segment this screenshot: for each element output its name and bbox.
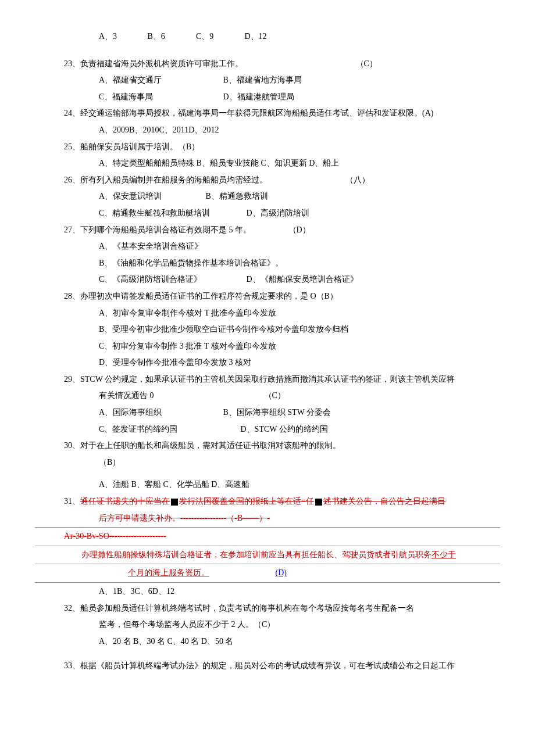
q22-opt-b: B、6 — [148, 29, 194, 45]
q23-opt-c: C、福建海事局 — [99, 89, 221, 105]
q29-opt-a: A、国际海事组织 — [99, 405, 221, 421]
q23-opt-a: A、福建省交通厅 — [99, 73, 221, 88]
q26-opts-row2: C、精通救生艇筏和救助艇培训 D、高级消防培训 — [35, 206, 500, 221]
q29-opts-row1: A、国际海事组织 B、国际海事组织 STW 分委会 — [35, 405, 500, 421]
q30-text: 30、对于在上任职的船长和高级船员，需对其适任证书取消对该船种的限制。 — [35, 438, 500, 454]
q31-line3: Ат-30-Bv-SO--------------------- — [35, 529, 500, 544]
q24-opts: A、2009B、2010C、2011D、2012 — [35, 123, 500, 138]
q28-opt-d: D、受理今制作今批准今盖印今发放 3 核对 — [35, 355, 500, 371]
q29-text2: 有关情况通告 0 — [99, 388, 262, 404]
q27-opt-d: D、《船舶保安员培训合格证》 — [247, 275, 358, 284]
q23-answer: （C） — [356, 59, 377, 68]
q31-line4: 办理撒性船舶操纵特殊培训合格证者，在参加培训前应当具有担任船长、驾驶员货或者引航… — [35, 547, 500, 563]
q26-opts-row1: A、保安意识培训 B、精通急救培训 — [35, 189, 500, 205]
q26-opt-a: A、保安意识培训 — [99, 189, 204, 205]
q23-opt-d: D、福建港航管理局 — [223, 92, 294, 101]
q31-red5: 个月的海上服务资历。 — [128, 568, 209, 577]
q23-text: 23、负责福建省海员外派机构资质许可审批工作。 — [64, 59, 243, 68]
divider — [35, 582, 500, 583]
q30-answer: （B） — [35, 455, 500, 471]
q27-answer: （D） — [288, 225, 311, 234]
q23-opts-row2: C、福建海事局 D、福建港航管理局 — [35, 89, 500, 105]
q26: 26、所有列入船员编制并在船服务的海船船员均需经过。 （八） — [35, 173, 500, 188]
q30-opts: A、油船 B、客船 C、化学品船 D、高速船 — [35, 477, 500, 493]
square-icon — [315, 499, 322, 506]
q22-opt-d: D、12 — [245, 29, 267, 45]
q32-text2: 监考，但每个考场监考人员应不少于 2 人。（C） — [35, 617, 500, 633]
q23-opts-row1: A、福建省交通厅 B、福建省地方海事局 — [35, 73, 500, 88]
q31-red1c: 述书建关公告，自公告之日起满日 — [323, 497, 445, 506]
q31-red4a: 办理撒性船舶操纵特殊培训合格证者，在参加培训前应当具有担任船长、驾驶员货或者引航… — [81, 550, 431, 559]
q22-options: A、3 B、6 C、9 D、12 — [35, 29, 500, 45]
q29-answer: （C） — [264, 391, 286, 400]
divider — [35, 527, 500, 528]
q26-text: 26、所有列入船员编制并在船服务的海船船员均需经过。 — [64, 175, 268, 184]
q32-text1: 32、船员参加船员适任计算机终端考试时，负责考试的海事机构在每个考场应按每名考生… — [35, 601, 500, 617]
q33-text: 33、根据《船员计算机终端考试办法》的规定，船员对公布的考试成绩有异议，可在考试… — [35, 658, 500, 674]
q32-opts: A、20 名 B、30 名 C、40 名 D、50 名 — [35, 634, 500, 650]
q22-opt-c: C、9 — [196, 29, 242, 45]
q22-opt-a: A、3 — [99, 29, 145, 45]
q28-opt-a: A、初审今复审令制作今核对 T 批准今盖印今发放 — [35, 306, 500, 321]
q27: 27、下列哪个海船船员培训合格证有效期不是 5 年。 （D） — [35, 223, 500, 238]
q27-opt-c: C、《高级消防培训合格证》 — [99, 272, 244, 288]
q29-line2: 有关情况通告 0 （C） — [35, 388, 500, 404]
q25-text: 25、船舶保安员培训属于培训。（B） — [35, 139, 500, 155]
q31-line5: 个月的海上服务资历。 (D) — [35, 565, 500, 581]
divider — [35, 546, 500, 546]
q27-text: 27、下列哪个海船船员培训合格证有效期不是 5 年。 — [64, 225, 251, 234]
q31-line1: 31、通任证书遗失的十应当在发行法国覆盖金国的报纸上等在适=任述书建关公告，自公… — [35, 494, 500, 510]
q26-opt-b: B、精通急救培训 — [206, 192, 268, 200]
q31-opts: A、1B、3C、6D、12 — [35, 584, 500, 600]
q29-opts-row2: C、签发证书的缔约国 D、STCW 公约的缔约国 — [35, 422, 500, 438]
q26-opt-d: D、高级消防培训 — [247, 209, 309, 217]
q28-opt-b: B、受理今初审少批准少领取空白证书今制作今核对今盖印发放今归档 — [35, 322, 500, 338]
q31-ans5: (D) — [276, 568, 287, 577]
q23-opt-b: B、福建省地方海事局 — [223, 76, 302, 84]
q28-text: 28、办理初次申请签发船员适任证书的工作程序符合规定要求的，是 O（B） — [35, 289, 500, 304]
q27-opt-a: A、《基本安全培训合格证》 — [35, 239, 500, 255]
q27-opts-row3: C、《高级消防培训合格证》 D、《船舶保安员培训合格证》 — [35, 272, 500, 288]
q28-opt-c: C、初审分复审今制作 3 批准 T 核对今盖印今发放 — [35, 339, 500, 354]
q29-opt-c: C、签发证书的缔约国 — [99, 422, 238, 438]
q29-text1: 29、STCW 公约规定，如果承认证书的主管机关因采取行政措施而撤消其承认证书的… — [35, 372, 500, 388]
q26-answer: （八） — [345, 175, 370, 184]
q31-line2: 后方可申请遗失补办。-----------------（-B——）- — [35, 511, 500, 526]
divider — [35, 564, 500, 564]
q24-text: 24、经交通运输部海事局授权，福建海事局一年获得无限航区海船船员适任考试、评估和… — [35, 106, 500, 121]
q31-red1b: 发行法国覆盖金国的报纸上等在适=任 — [179, 497, 314, 506]
square-icon — [171, 499, 178, 506]
q27-opt-b: B、《油船和化学品船货物操作基本培训合格证》。 — [35, 256, 500, 271]
q25-opts: A、特定类型船舶船员特殊 B、船员专业技能 C、知识更新 D、船上 — [35, 156, 500, 171]
q23: 23、负责福建省海员外派机构资质许可审批工作。 （C） — [35, 56, 500, 72]
q31-red2: 后方可申请遗失补办。-----------------（-B——）- — [99, 514, 270, 522]
q26-opt-c: C、精通救生艇筏和救助艇培训 — [99, 206, 244, 221]
q29-opt-d: D、STCW 公约的缔约国 — [241, 425, 328, 433]
q29-opt-b: B、国际海事组织 STW 分委会 — [223, 408, 331, 417]
q31-prefix: 31、 — [64, 497, 80, 506]
q31-red4b: 不少于 — [431, 550, 456, 559]
q31-red1a: 通任证书遗失的十应当在 — [80, 497, 170, 506]
